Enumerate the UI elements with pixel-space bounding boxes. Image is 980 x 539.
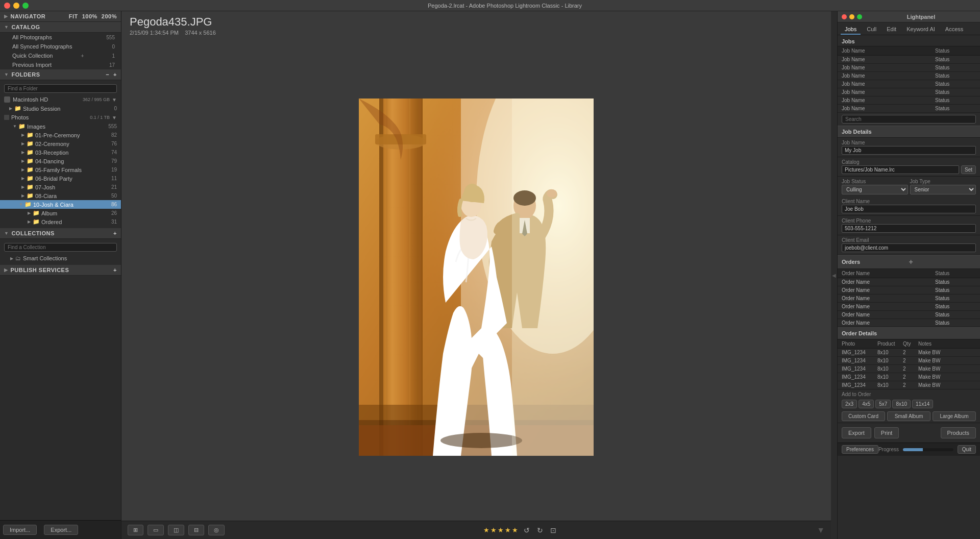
- right-panel-collapse-arrow[interactable]: ◀: [831, 11, 837, 539]
- catalog-previous-import[interactable]: Previous Import 17: [0, 60, 121, 69]
- star-4[interactable]: ★: [505, 526, 511, 534]
- star-2[interactable]: ★: [491, 526, 497, 534]
- collection-search-input[interactable]: [4, 243, 117, 252]
- collections-plus[interactable]: +: [113, 230, 117, 236]
- close-button[interactable]: [4, 3, 10, 9]
- folder-10[interactable]: ▼ 📁 10-Josh & Ciara 86: [0, 200, 121, 209]
- job-name-input[interactable]: [842, 146, 976, 155]
- folder-06[interactable]: ▶ 📁 06-Bridal Party 11: [0, 174, 121, 183]
- star-rating[interactable]: ★ ★ ★ ★ ★: [483, 526, 518, 534]
- zoom-100[interactable]: 100%: [82, 13, 97, 19]
- jobs-table-row[interactable]: Job NameStatus: [838, 56, 980, 64]
- jobs-table-row[interactable]: Job NameStatus: [838, 72, 980, 80]
- jobs-table-row[interactable]: Job NameStatus: [838, 105, 980, 113]
- drive-photos[interactable]: Photos 0.1 / 1 TB ▼: [0, 113, 121, 122]
- catalog-synced-photos[interactable]: All Synced Photographs 0: [0, 42, 121, 51]
- client-phone-input[interactable]: [842, 224, 976, 233]
- order-detail-table-row[interactable]: IMG_12348x102Make BW: [838, 365, 980, 373]
- album-button-large-album[interactable]: Large Album: [933, 411, 976, 421]
- order-table-row[interactable]: Order NameStatus: [838, 295, 980, 303]
- size-button-8-10[interactable]: 8x10: [892, 400, 911, 408]
- catalog-input[interactable]: [842, 165, 959, 174]
- album-button-custom-card[interactable]: Custom Card: [842, 411, 885, 421]
- orders-add-button[interactable]: +: [909, 258, 976, 266]
- quit-button[interactable]: Quit: [958, 445, 976, 454]
- rotate-right-button[interactable]: ↻: [535, 525, 545, 536]
- folder-08[interactable]: ▶ 📁 08-Ciara 50: [0, 191, 121, 200]
- folder-images[interactable]: ▼ 📁 Images 555: [0, 122, 121, 131]
- order-table-row[interactable]: Order NameStatus: [838, 319, 980, 327]
- export-button[interactable]: Export...: [44, 525, 78, 535]
- order-table-row[interactable]: Order NameStatus: [838, 286, 980, 295]
- folders-minus[interactable]: −: [106, 71, 109, 78]
- star-5[interactable]: ★: [512, 526, 518, 534]
- compare-view-button[interactable]: ◫: [168, 525, 184, 535]
- orders-header[interactable]: Orders +: [838, 255, 980, 269]
- rp-close-button[interactable]: [842, 14, 847, 19]
- tab-keyword-ai[interactable]: Keyword AI: [902, 24, 939, 35]
- star-3[interactable]: ★: [498, 526, 504, 534]
- publish-plus[interactable]: +: [113, 267, 117, 273]
- folder-05[interactable]: ▶ 📁 05-Family Formals 19: [0, 165, 121, 174]
- preferences-button[interactable]: Preferences: [842, 445, 878, 454]
- zoom-200[interactable]: 200%: [102, 13, 117, 19]
- job-type-select[interactable]: Senior Wedding Portrait: [910, 185, 976, 194]
- survey-view-button[interactable]: ⊟: [188, 525, 204, 535]
- size-button-11-14[interactable]: 11x14: [912, 400, 933, 408]
- folder-studio-session[interactable]: ▶ 📁 Studio Session 0: [0, 104, 121, 113]
- folder-04[interactable]: ▶ 📁 04-Dancing 79: [0, 157, 121, 165]
- maximize-button[interactable]: [22, 3, 29, 9]
- map-view-button[interactable]: ◎: [208, 525, 225, 535]
- grid-view-button[interactable]: ⊞: [128, 525, 143, 535]
- jobs-table-row[interactable]: Job NameStatus: [838, 96, 980, 105]
- client-email-input[interactable]: [842, 243, 976, 252]
- fit-label[interactable]: FIT: [69, 13, 78, 19]
- minimize-button[interactable]: [13, 3, 19, 9]
- smart-collections-item[interactable]: ▶ 🗂 Smart Collections: [0, 254, 121, 263]
- collections-header[interactable]: ▼ Collections +: [0, 228, 121, 239]
- order-table-row[interactable]: Order NameStatus: [838, 278, 980, 286]
- toolbar-expand-icon[interactable]: ▼: [817, 526, 825, 535]
- album-button-small-album[interactable]: Small Album: [887, 411, 930, 421]
- folder-album[interactable]: ▶ 📁 Album 26: [0, 209, 121, 217]
- navigator-header[interactable]: ▶ Navigator FIT 100% 200%: [0, 11, 121, 22]
- catalog-all-photos[interactable]: All Photographs 555: [0, 33, 121, 42]
- job-status-select[interactable]: Culling Editing Complete: [842, 185, 908, 194]
- size-button-2-3[interactable]: 2x3: [842, 400, 857, 408]
- order-detail-table-row[interactable]: IMG_12348x102Make BW: [838, 373, 980, 381]
- catalog-set-button[interactable]: Set: [961, 165, 976, 174]
- order-details-header[interactable]: Order Details: [838, 327, 980, 339]
- folders-header[interactable]: ▼ Folders − +: [0, 69, 121, 80]
- folder-07[interactable]: ▶ 📁 07-Josh 21: [0, 183, 121, 191]
- catalog-header[interactable]: ▼ Catalog: [0, 22, 121, 33]
- order-detail-table-row[interactable]: IMG_12348x102Make BW: [838, 381, 980, 389]
- tab-edit[interactable]: Edit: [883, 24, 900, 35]
- folder-01[interactable]: ▶ 📁 01-Pre-Ceremony 82: [0, 131, 121, 139]
- order-detail-table-row[interactable]: IMG_12348x102Make BW: [838, 357, 980, 365]
- jobs-search-input[interactable]: [842, 115, 976, 124]
- order-table-row[interactable]: Order NameStatus: [838, 311, 980, 319]
- jobs-table-row[interactable]: Job NameStatus: [838, 64, 980, 72]
- loupe-view-button[interactable]: ▭: [148, 525, 164, 535]
- export-button-rp[interactable]: Export: [842, 427, 871, 438]
- size-button-4-5[interactable]: 4x5: [859, 400, 874, 408]
- folder-02[interactable]: ▶ 📁 02-Ceremony 76: [0, 139, 121, 148]
- folder-03[interactable]: ▶ 📁 03-Reception 74: [0, 148, 121, 157]
- import-button[interactable]: Import...: [3, 525, 37, 535]
- star-1[interactable]: ★: [483, 526, 489, 534]
- tab-access[interactable]: Access: [941, 24, 967, 35]
- rotate-left-button[interactable]: ↺: [522, 525, 531, 536]
- folders-plus[interactable]: +: [113, 71, 117, 78]
- jobs-table-row[interactable]: Job NameStatus: [838, 80, 980, 88]
- jobs-table-row[interactable]: Job NameStatus: [838, 88, 980, 96]
- rp-maximize-button[interactable]: [857, 14, 862, 19]
- tab-cull[interactable]: Cull: [863, 24, 880, 35]
- products-button[interactable]: Products: [941, 427, 976, 438]
- order-detail-table-row[interactable]: IMG_12348x102Make BW: [838, 349, 980, 357]
- print-button-rp[interactable]: Print: [874, 427, 899, 438]
- folder-ordered[interactable]: ▶ 📁 Ordered 31: [0, 217, 121, 226]
- drive-macintosh-hd[interactable]: Macintosh HD 362 / 995 GB ▼: [0, 95, 121, 104]
- size-button-5-7[interactable]: 5x7: [875, 400, 891, 408]
- publish-services-header[interactable]: ▶ Publish Services +: [0, 265, 121, 276]
- job-details-header[interactable]: Job Details: [838, 126, 980, 138]
